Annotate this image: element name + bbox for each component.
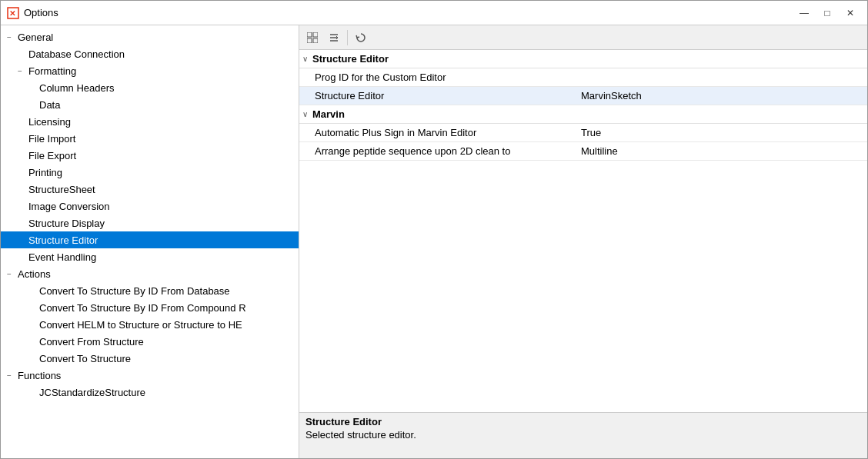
property-arrange-peptide[interactable]: Arrange peptide sequence upon 2D clean t… [299, 142, 867, 161]
sidebar-item-functions[interactable]: − Functions [1, 367, 299, 384]
toolbar-separator [347, 30, 348, 45]
close-button[interactable]: ✕ [840, 5, 861, 22]
sidebar-label-functions: Functions [18, 370, 61, 381]
sidebar-label-convert-from: Convert From Structure [39, 336, 144, 348]
sidebar-label-data: Data [39, 99, 60, 111]
window-title: Options [24, 7, 793, 18]
window-controls: — □ ✕ [793, 5, 861, 22]
sidebar-label-column-headers: Column Headers [39, 82, 115, 94]
toolbar-btn-grid[interactable] [302, 28, 322, 47]
property-name-arrange-peptide: Arrange peptide sequence upon 2D clean t… [315, 145, 575, 157]
sidebar-item-printing[interactable]: Printing [1, 164, 299, 181]
sidebar-item-convert-from[interactable]: Convert From Structure [1, 333, 299, 350]
property-value-auto-plus: True [575, 127, 867, 138]
toolbar-btn-refresh[interactable] [351, 28, 371, 47]
sidebar-item-convert-id-compound[interactable]: Convert To Structure By ID From Compound… [1, 299, 299, 316]
sidebar-label-convert-id-db: Convert To Structure By ID From Database [39, 285, 230, 297]
expand-icon-functions: − [7, 371, 18, 380]
sidebar-item-structure-sheet[interactable]: StructureSheet [1, 181, 299, 198]
svg-rect-4 [307, 38, 312, 43]
property-auto-plus[interactable]: Automatic Plus Sign in Marvin Editor Tru… [299, 124, 867, 142]
property-name-prog-id: Prog ID for the Custom Editor [315, 72, 575, 83]
property-name-struct-editor: Structure Editor [315, 90, 575, 101]
svg-rect-5 [313, 38, 318, 43]
app-icon: ✕ [7, 7, 19, 19]
chevron-structure-editor: ∨ [302, 55, 308, 63]
refresh-icon [356, 32, 366, 43]
svg-text:✕: ✕ [9, 9, 15, 18]
sidebar-label-actions: Actions [18, 268, 51, 280]
sidebar-item-image-conversion[interactable]: Image Conversion [1, 198, 299, 215]
properties-toolbar [299, 25, 867, 50]
maximize-button[interactable]: □ [816, 5, 838, 22]
sidebar-item-file-import[interactable]: File Import [1, 130, 299, 147]
property-name-auto-plus: Automatic Plus Sign in Marvin Editor [315, 127, 575, 138]
sidebar-tree: − General Database Connection − Formatti… [1, 25, 299, 458]
sidebar-item-formatting[interactable]: − Formatting [1, 62, 299, 79]
svg-rect-3 [313, 32, 318, 37]
sidebar-label-database-connection: Database Connection [28, 48, 125, 60]
sidebar-item-jc-standardize[interactable]: JCStandardizeStructure [1, 384, 299, 401]
sidebar-item-convert-id-db[interactable]: Convert To Structure By ID From Database [1, 282, 299, 299]
toolbar-btn-sort[interactable] [324, 28, 344, 47]
svg-rect-2 [307, 32, 312, 37]
section-structure-editor[interactable]: ∨ Structure Editor [299, 50, 867, 68]
expand-icon-general: − [7, 33, 18, 42]
chevron-marvin: ∨ [302, 110, 308, 118]
sidebar-item-structure-editor[interactable]: Structure Editor [1, 231, 299, 248]
sort-icon [329, 32, 339, 43]
sidebar-label-convert-to: Convert To Structure [39, 353, 131, 364]
sidebar-item-convert-helm[interactable]: Convert HELM to Structure or Structure t… [1, 316, 299, 333]
sidebar-item-event-handling[interactable]: Event Handling [1, 248, 299, 265]
sidebar-item-structure-display[interactable]: Structure Display [1, 215, 299, 231]
status-description: Selected structure editor. [305, 429, 861, 441]
sidebar-item-licensing[interactable]: Licensing [1, 113, 299, 130]
status-title: Structure Editor [305, 416, 861, 427]
sidebar-label-printing: Printing [28, 167, 62, 178]
expand-icon-formatting: − [18, 67, 28, 75]
sidebar-item-column-headers[interactable]: Column Headers [1, 79, 299, 96]
sidebar-item-general[interactable]: − General [1, 28, 299, 45]
sidebar-label-formatting: Formatting [28, 65, 76, 77]
property-prog-id[interactable]: Prog ID for the Custom Editor [299, 68, 867, 87]
sidebar-label-convert-id-compound: Convert To Structure By ID From Compound… [39, 302, 246, 314]
sidebar-label-general: General [18, 32, 53, 43]
section-title-marvin: Marvin [312, 108, 345, 120]
properties-area: ∨ Structure Editor Prog ID for the Custo… [299, 50, 867, 412]
right-panel: ∨ Structure Editor Prog ID for the Custo… [299, 25, 867, 458]
minimize-button[interactable]: — [793, 5, 815, 22]
section-title-structure-editor: Structure Editor [312, 53, 389, 65]
sidebar-item-convert-to[interactable]: Convert To Structure [1, 350, 299, 367]
sidebar-item-actions[interactable]: − Actions [1, 265, 299, 282]
title-bar: ✕ Options — □ ✕ [1, 1, 867, 25]
main-content: − General Database Connection − Formatti… [1, 25, 867, 458]
sidebar-item-data[interactable]: Data [1, 96, 299, 113]
sidebar-label-convert-helm: Convert HELM to Structure or Structure t… [39, 319, 242, 331]
property-value-arrange-peptide: Multiline [575, 145, 867, 157]
property-struct-editor-val[interactable]: Structure Editor MarvinSketch [299, 87, 867, 105]
status-bar: Structure Editor Selected structure edit… [299, 412, 867, 458]
grid-icon [307, 32, 318, 43]
sidebar-label-file-import: File Import [28, 133, 75, 145]
property-value-struct-editor: MarvinSketch [575, 90, 867, 101]
sidebar-label-structure-editor: Structure Editor [28, 234, 98, 246]
sidebar-item-database-connection[interactable]: Database Connection [1, 45, 299, 62]
sidebar-label-licensing: Licensing [28, 116, 71, 128]
sidebar-label-image-conversion: Image Conversion [28, 201, 110, 212]
sidebar-label-file-export: File Export [28, 150, 76, 161]
sidebar-label-event-handling: Event Handling [28, 251, 96, 263]
sidebar-label-jc-standardize: JCStandardizeStructure [39, 387, 145, 398]
sidebar-item-file-export[interactable]: File Export [1, 147, 299, 164]
expand-icon-actions: − [7, 270, 18, 278]
section-marvin[interactable]: ∨ Marvin [299, 105, 867, 124]
sidebar-label-structure-sheet: StructureSheet [28, 184, 95, 195]
sidebar-label-structure-display: Structure Display [28, 218, 105, 229]
options-window: ✕ Options — □ ✕ − General Database Conne… [0, 0, 868, 459]
